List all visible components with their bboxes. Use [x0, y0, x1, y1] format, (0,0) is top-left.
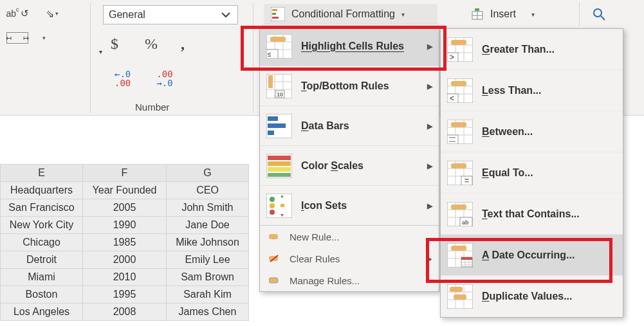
data-cell[interactable]: 2005: [83, 199, 167, 217]
percent-button[interactable]: %: [145, 35, 158, 53]
clear-rules-icon: [269, 254, 281, 263]
conditional-formatting-button[interactable]: Conditional Formatting ▾: [264, 4, 437, 24]
menu-data-bars-label: Data Bars: [301, 120, 349, 132]
svg-rect-39: [281, 204, 284, 207]
col-header-F[interactable]: F: [83, 165, 167, 182]
svg-text:=: =: [465, 176, 469, 185]
insert-caret: ▾: [531, 11, 535, 18]
new-rule-icon: [269, 232, 281, 241]
svg-line-9: [601, 16, 605, 20]
menu-top-bottom-rules[interactable]: 10 Top/Bottom Rules ▶: [260, 66, 439, 106]
col-header-E[interactable]: E: [1, 165, 83, 182]
decrease-decimal[interactable]: .00 →.0: [156, 69, 172, 87]
svg-rect-43: [269, 278, 278, 283]
date-occurring-icon: [447, 243, 473, 267]
menu-color-scales[interactable]: Color Scales ▶: [260, 146, 439, 186]
between-icon: [447, 120, 473, 144]
data-cell[interactable]: New York City: [1, 217, 83, 234]
data-cell[interactable]: San Francisco: [1, 199, 83, 217]
menu-icon-sets-label: Icon Sets: [301, 200, 347, 212]
number-format-label: General: [109, 9, 145, 21]
submenu-date-occurring[interactable]: A Date Occurring...: [441, 235, 623, 276]
data-cell[interactable]: 1995: [83, 286, 167, 303]
menu-clear-rules[interactable]: Clear Rules ▶: [260, 248, 439, 269]
data-cell[interactable]: Miami: [1, 269, 83, 286]
menu-manage-rules[interactable]: Manage Rules...: [260, 269, 439, 291]
svg-rect-29: [268, 131, 274, 135]
data-cell[interactable]: Emily Lee: [167, 251, 249, 269]
data-cell[interactable]: Sarah Kim: [167, 286, 249, 303]
currency-button[interactable]: $▾: [111, 35, 122, 53]
data-cell[interactable]: Los Angeles: [1, 303, 83, 321]
comma-style-button[interactable]: ,: [181, 35, 185, 53]
svg-rect-15: [270, 37, 286, 42]
svg-point-38: [270, 210, 275, 215]
svg-text:≤: ≤: [268, 51, 271, 58]
col-header-G[interactable]: G: [167, 165, 249, 182]
data-cell[interactable]: 2008: [83, 303, 167, 321]
submenu-equal-to[interactable]: = Equal To...: [441, 152, 623, 194]
svg-rect-23: [268, 75, 273, 88]
icon-sets-icon: [266, 194, 292, 218]
submenu-less-than[interactable]: < Less Than...: [441, 70, 623, 111]
insert-button[interactable]: Insert ▾: [463, 4, 553, 24]
data-cell[interactable]: 1990: [83, 217, 167, 234]
header-cell[interactable]: Year Founded: [83, 182, 167, 199]
svg-text:10: 10: [277, 91, 283, 98]
data-cell[interactable]: Sam Brown: [167, 269, 249, 286]
menu-new-rule[interactable]: New Rule...: [260, 226, 439, 248]
svg-point-36: [270, 197, 275, 202]
svg-rect-33: [268, 167, 291, 172]
svg-rect-27: [268, 116, 278, 121]
svg-rect-49: [451, 40, 466, 45]
merge-icon[interactable]: ↤ ↦: [6, 32, 28, 44]
phonetic-icon[interactable]: abc↺: [5, 5, 30, 22]
submenu-greater-than[interactable]: > Greater Than...: [441, 29, 623, 70]
increase-decimal[interactable]: ←.0 .00: [115, 69, 131, 87]
group-label-number: Number: [135, 102, 169, 113]
data-cell[interactable]: Detroit: [1, 251, 83, 269]
svg-rect-1: [272, 9, 277, 11]
submenu-text-contains[interactable]: ab Text that Contains...: [441, 194, 623, 235]
submenu-between[interactable]: Between...: [441, 111, 623, 152]
orientation-icon[interactable]: ⇘▾: [42, 5, 62, 22]
svg-rect-103: [454, 294, 466, 300]
data-cell[interactable]: 2010: [83, 269, 167, 286]
data-cell[interactable]: Boston: [1, 286, 83, 303]
font-tools: abc↺ ⇘▾: [5, 5, 62, 22]
data-cell[interactable]: 1985: [83, 234, 167, 251]
submenu-duplicate-values[interactable]: Duplicate Values...: [441, 276, 623, 317]
header-cell[interactable]: CEO: [167, 182, 249, 199]
data-cell[interactable]: Jane Doe: [167, 217, 249, 234]
svg-point-37: [270, 203, 275, 208]
menu-icon-sets[interactable]: Icon Sets ▶: [260, 186, 439, 226]
conditional-formatting-icon: [271, 7, 285, 21]
data-cell[interactable]: Chicago: [1, 234, 83, 251]
search-button[interactable]: [579, 3, 618, 26]
svg-rect-90: [451, 246, 466, 251]
merge-dropdown[interactable]: ▾: [42, 35, 46, 41]
data-cell[interactable]: James Chen: [167, 303, 249, 321]
svg-rect-74: [451, 163, 466, 168]
header-cell[interactable]: Headquarters: [1, 182, 83, 199]
equal-to-icon: =: [447, 161, 473, 185]
data-cell[interactable]: 2000: [83, 251, 167, 269]
data-cell[interactable]: Mike Johnson: [167, 234, 249, 251]
svg-rect-34: [268, 173, 291, 177]
menu-highlight-cells-rules[interactable]: ≤ Highlight Cells Rules ▶: [260, 26, 439, 66]
svg-text:ab: ab: [462, 219, 469, 226]
conditional-formatting-label: Conditional Formatting: [291, 8, 395, 20]
conditional-formatting-menu: ≤ Highlight Cells Rules ▶ 10 Top/Bottom …: [259, 26, 439, 292]
number-format-select[interactable]: General: [103, 5, 238, 24]
number-format-buttons: $▾ % ,: [111, 35, 185, 53]
svg-rect-82: [451, 204, 466, 210]
menu-top-bottom-label: Top/Bottom Rules: [301, 80, 389, 92]
spreadsheet[interactable]: E F G HeadquartersYear FoundedCEOSan Fra…: [0, 164, 249, 321]
svg-rect-66: [447, 135, 458, 144]
menu-data-bars[interactable]: Data Bars ▶: [260, 106, 439, 146]
data-cell[interactable]: John Smith: [167, 199, 249, 217]
data-bars-icon: [266, 114, 292, 138]
svg-rect-57: [451, 81, 466, 86]
svg-rect-40: [269, 234, 278, 239]
dropdown-caret: ▾: [401, 11, 405, 18]
